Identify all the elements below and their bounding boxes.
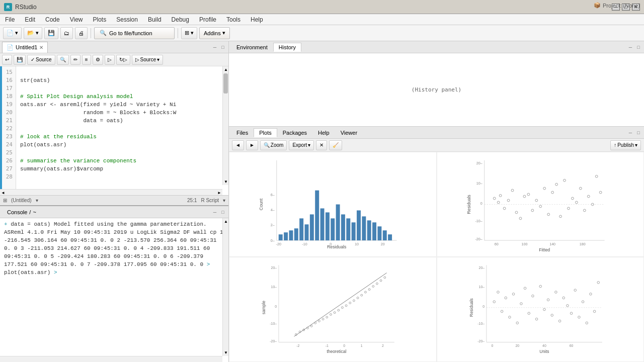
vertical-scrollbar[interactable]: ▲ ▼ (222, 66, 228, 185)
horizontal-scrollbar[interactable]: ◄ ► (0, 189, 222, 195)
svg-point-96 (310, 325, 312, 327)
search-button[interactable]: 🔍 (57, 55, 69, 65)
console-section-controls[interactable]: ─ □ (211, 209, 226, 216)
goto-file-button[interactable]: 🔍 Go to file/function (94, 27, 175, 39)
plot-residuals-fitted: Residuals Fitted 0 10– -10– 20– -20– 60 … (437, 152, 645, 257)
file-type-dropdown[interactable]: ▾ (223, 198, 225, 203)
publish-button[interactable]: ↑ Publish ▾ (610, 140, 641, 150)
console-output[interactable]: + data = oats) Model fitted using the ga… (0, 218, 228, 362)
editor-maximize-btn[interactable]: □ (219, 44, 226, 51)
code-editor[interactable]: 15 16 17 18 19 20 21 22 23 24 25 26 27 2… (0, 66, 228, 195)
clear-plots-button[interactable]: 🧹 (329, 140, 342, 150)
scroll-up-btn[interactable]: ▲ (223, 66, 228, 73)
env-minimize-btn[interactable]: ─ (627, 44, 634, 51)
tab-history[interactable]: History (273, 43, 301, 52)
h-scroll-track[interactable] (6, 190, 216, 195)
svg-text:20–: 20– (271, 266, 277, 269)
next-plot-button[interactable]: ► (246, 140, 258, 150)
addins-dropdown: ▾ (222, 30, 225, 36)
menu-code[interactable]: Code (40, 14, 65, 25)
cursor-position: 25:1 (187, 198, 197, 203)
env-maximize-btn[interactable]: □ (635, 44, 642, 51)
console-vscrollbar[interactable]: ▲ ▼ (222, 218, 228, 356)
check-icon: ✓ (31, 57, 35, 62)
save-all-button[interactable]: 🗂 (60, 27, 73, 39)
plot-grid: Count Residuals 0– 2– 4– 6– -20 -10 0 (229, 152, 644, 362)
export-button[interactable]: Export ▾ (289, 140, 314, 150)
tab-close-icon[interactable]: ✕ (39, 45, 43, 50)
menu-build[interactable]: Build (143, 14, 167, 25)
plots-panel-controls[interactable]: ─ □ (627, 129, 642, 136)
tab-packages[interactable]: Packages (277, 128, 312, 137)
tab-viewer[interactable]: Viewer (335, 128, 363, 137)
source-with-echo-button[interactable]: ✓ Source (27, 55, 55, 65)
svg-point-53 (507, 199, 510, 202)
code-content[interactable]: str(oats) # Split Plot Design analysis m… (16, 66, 228, 195)
console-maximize-btn[interactable]: □ (219, 209, 226, 216)
menu-help[interactable]: Help (246, 14, 268, 25)
editor-minimize-btn[interactable]: ─ (211, 44, 218, 51)
scroll-right-btn[interactable]: ► (216, 190, 222, 195)
tab-files[interactable]: Files (231, 128, 254, 137)
scroll-left-btn[interactable]: ◄ (0, 190, 6, 195)
code-tools-button[interactable]: ✏ (70, 55, 80, 65)
zoom-button[interactable]: 🔍 Zoom (260, 140, 287, 150)
bottom-tab-bar: Files Plots Packages Help Viewer ─ □ (229, 127, 644, 139)
save-button[interactable]: 💾 (44, 27, 58, 39)
save-doc-button[interactable]: 💾 (14, 55, 26, 65)
plots-maximize-btn[interactable]: □ (635, 129, 642, 136)
rerun-button[interactable]: ↻▷ (116, 55, 130, 65)
menu-file[interactable]: File (0, 14, 20, 25)
menu-profile[interactable]: Profile (194, 14, 221, 25)
prev-plot-button[interactable]: ◄ (232, 140, 244, 150)
svg-text:20–: 20– (476, 161, 482, 165)
console-hscrollbar[interactable] (0, 356, 222, 362)
run-lines-button[interactable]: ▷ (105, 55, 115, 65)
save-icon: 💾 (48, 30, 55, 36)
env-history-tab-bar: Environment History ─ □ (229, 41, 644, 53)
menu-debug[interactable]: Debug (167, 14, 194, 25)
open-icon: 📂 (27, 30, 34, 36)
undo-button[interactable]: ↩ (2, 55, 12, 65)
svg-point-146 (554, 291, 557, 294)
svg-text:-10–: -10– (475, 219, 482, 223)
editor-section-controls[interactable]: ─ □ (211, 44, 226, 51)
layout-button[interactable]: ⊞ ▾ (181, 27, 197, 39)
open-file-button[interactable]: 📂 ▾ (24, 27, 42, 39)
layout-dropdown: ▾ (191, 30, 194, 36)
menu-session[interactable]: Session (111, 14, 143, 25)
svg-point-72 (583, 209, 586, 212)
console-tab[interactable]: Console / ~ (2, 208, 41, 216)
svg-text:60: 60 (494, 242, 498, 246)
menu-view[interactable]: View (65, 14, 88, 25)
menu-bar: File Edit Code View Plots Session Build … (0, 14, 644, 25)
addins-button[interactable]: Addins ▾ (199, 27, 230, 39)
scroll-down-btn[interactable]: ▼ (223, 178, 228, 185)
svg-rect-29 (362, 216, 366, 240)
menu-tools[interactable]: Tools (221, 14, 246, 25)
scroll-track[interactable] (223, 73, 228, 178)
editor-tab-untitled1[interactable]: 📄 Untitled1 ✕ (2, 42, 48, 53)
tab-help[interactable]: Help (312, 128, 335, 137)
menu-plots[interactable]: Plots (88, 14, 112, 25)
new-file-button[interactable]: 📄 ▾ (3, 27, 22, 39)
terminal-icon: ~ (33, 209, 36, 215)
tab-plots[interactable]: Plots (254, 128, 277, 137)
residuals-fitted-svg: Residuals Fitted 0 10– -10– 20– -20– 60 … (437, 152, 644, 256)
compile-button[interactable]: ≡ (82, 55, 91, 65)
console-minimize-btn[interactable]: ─ (211, 209, 218, 216)
source-button[interactable]: ▷ Source ▾ (132, 55, 164, 65)
tab-environment[interactable]: Environment (231, 43, 273, 52)
print-button[interactable]: 🖨 (75, 27, 88, 39)
options-button[interactable]: ⚙ (93, 55, 103, 65)
env-history-controls[interactable]: ─ □ (627, 44, 642, 51)
scroll-thumb[interactable] (223, 73, 228, 94)
svg-point-143 (543, 308, 545, 311)
svg-point-153 (582, 301, 584, 303)
plots-minimize-btn[interactable]: ─ (627, 129, 634, 136)
svg-point-141 (535, 318, 538, 320)
dropdown-arrow[interactable]: ▾ (36, 198, 38, 203)
layout-icon: ⊞ (185, 30, 189, 36)
menu-edit[interactable]: Edit (20, 14, 40, 25)
remove-plot-button[interactable]: ✕ (316, 140, 327, 150)
